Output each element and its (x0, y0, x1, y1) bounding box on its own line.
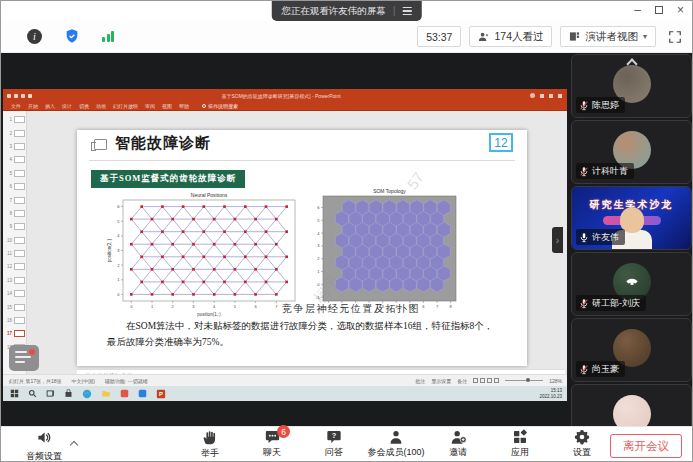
qa-icon: ? (326, 429, 342, 445)
svg-text:SOM Topology: SOM Topology (373, 188, 406, 194)
svg-text:0: 0 (317, 282, 320, 287)
status-button[interactable]: 批注 (415, 378, 425, 384)
ppt-tab-0[interactable]: 文件 (11, 103, 21, 109)
menu-icon[interactable] (403, 7, 412, 15)
svg-text:-1: -1 (316, 295, 320, 300)
ppt-tab-1[interactable]: 开始 (28, 103, 38, 109)
phone-icon (624, 275, 640, 291)
qa-button[interactable]: ? 问答 (310, 429, 358, 460)
ppt-search-box[interactable]: 操作说明搜索 (202, 103, 238, 109)
ppt-tab-6[interactable]: 幻灯片放映 (113, 103, 138, 109)
svg-text:1: 1 (317, 269, 320, 274)
invite-button[interactable]: 邀请 (434, 429, 482, 460)
raise-hand-icon (202, 429, 218, 446)
ppt-tab-2[interactable]: 插入 (45, 103, 55, 109)
view-mode-icons[interactable] (473, 378, 499, 383)
slide-thumbnail-17[interactable]: 17 (3, 327, 26, 340)
powerpoint-icon[interactable]: P (156, 389, 166, 399)
chat-button[interactable]: 6 聊天 (248, 429, 296, 460)
ppt-statusbar: 幻灯片 第17张，共18张中文(中国)辅助功能: 一切就绪 批注显示设置备注12… (3, 374, 567, 386)
leave-meeting-button[interactable]: 离开会议 (610, 434, 682, 458)
watching-banner[interactable]: 您正在观看许友伟的屏幕 (271, 1, 422, 21)
participants-label: 参会成员(100) (368, 446, 425, 459)
slide-thumbnail-panel[interactable]: 123456789101112131415161718 (3, 111, 27, 374)
app-blue-icon[interactable] (138, 389, 147, 398)
raise-hand-button[interactable]: 举手 (186, 429, 234, 460)
minimize-button[interactable]: – (634, 3, 641, 17)
participant-tile-4[interactable]: 尚玉豪 (571, 318, 692, 382)
security-shield-icon[interactable] (64, 28, 80, 44)
slide-thumbnail-6[interactable]: 6 (3, 180, 26, 193)
svg-text:3: 3 (117, 248, 120, 253)
ppt-body: 123456789101112131415161718 智能故障诊断 12 基于… (3, 111, 567, 374)
ppt-window-title: 基于SOM的齿轮故障诊断研究[兼容模式] - PowerPoint (32, 93, 530, 99)
settings-button[interactable]: 设置 (558, 429, 606, 460)
ppt-tab-4[interactable]: 切换 (79, 103, 89, 109)
svg-text:Neural Positions: Neural Positions (191, 192, 228, 198)
ppt-tab-3[interactable]: 设计 (62, 103, 72, 109)
status-button[interactable]: 备注 (457, 378, 467, 384)
network-signal-icon[interactable] (102, 31, 114, 42)
fullscreen-icon[interactable] (668, 30, 682, 44)
participant-tile-5[interactable] (571, 384, 692, 426)
app-red-icon[interactable] (120, 389, 129, 398)
edge-browser-icon[interactable] (82, 389, 92, 399)
ppt-tab-5[interactable]: 动画 (96, 103, 106, 109)
slide-thumbnail-5[interactable]: 5 (3, 167, 26, 180)
lightbulb-icon (202, 104, 206, 108)
file-explorer-icon[interactable] (101, 389, 111, 398)
record-dot-icon (29, 349, 35, 355)
chat-unread-badge: 6 (277, 425, 290, 438)
settings-label: 设置 (573, 446, 591, 459)
view-mode-selector[interactable]: 演讲者视图 ▾ (560, 26, 656, 47)
apps-button[interactable]: 应用 (496, 429, 544, 460)
participant-tile-2[interactable]: 研究生学术沙龙 许友伟 (571, 186, 692, 250)
audio-settings-button[interactable]: 音频设置 (13, 430, 75, 462)
search-icon[interactable] (28, 389, 37, 398)
close-button[interactable]: × (677, 3, 684, 17)
zoom-level: 128% (549, 378, 562, 384)
status-button[interactable]: 显示设置 (431, 378, 451, 384)
shield-icon (64, 28, 80, 44)
slide-thumbnail-12[interactable]: 12 (3, 260, 26, 273)
raise-hand-label: 举手 (201, 447, 219, 460)
slide-thumbnail-16[interactable]: 16 (3, 314, 26, 327)
meeting-info-icon[interactable]: i (27, 29, 42, 44)
svg-text:3: 3 (192, 304, 195, 309)
participant-tile-1[interactable]: 计科叶青 (571, 120, 692, 184)
viewers-text: 174人看过 (494, 30, 543, 44)
slide-thumbnail-2[interactable]: 2 (3, 126, 26, 139)
slide-thumbnail-1[interactable]: 1 (3, 113, 26, 126)
slide-thumbnail-4[interactable]: 4 (3, 153, 26, 166)
participant-tile-3[interactable]: 研工部-刘庆 (571, 252, 692, 316)
meeting-timer: 53:37 (417, 26, 461, 47)
meeting-float-panel[interactable] (9, 345, 39, 371)
zoom-slider[interactable] (505, 380, 543, 381)
maximize-button[interactable] (655, 3, 663, 17)
ppt-tab-7[interactable]: 审阅 (145, 103, 155, 109)
ppt-window-controls[interactable] (530, 93, 562, 98)
participant-tile-0[interactable]: 陈思婷 (571, 54, 692, 118)
slide-thumbnail-13[interactable]: 13 (3, 274, 26, 287)
ppt-tab-8[interactable]: 视图 (162, 103, 172, 109)
chevron-up-icon[interactable] (70, 441, 78, 449)
viewers-count[interactable]: 174人看过 (469, 26, 552, 47)
taskbar-clock[interactable]: 15:13 2022.10.23 (539, 388, 567, 400)
slide-thumbnail-10[interactable]: 10 (3, 234, 26, 247)
microsoft-store-icon[interactable] (64, 389, 73, 398)
slide-thumbnail-15[interactable]: 15 (3, 300, 26, 313)
slide-thumbnail-8[interactable]: 8 (3, 207, 26, 220)
ppt-tab-9[interactable]: 帮助 (179, 103, 189, 109)
slide-thumbnail-3[interactable]: 3 (3, 140, 26, 153)
slide-thumbnail-9[interactable]: 9 (3, 220, 26, 233)
ppt-quick-access-toolbar[interactable] (7, 94, 32, 98)
sidebar-collapse-handle[interactable]: › (552, 227, 563, 253)
participants-button[interactable]: 参会成员(100) (372, 429, 420, 460)
start-button-icon[interactable] (10, 389, 19, 398)
task-view-icon[interactable] (46, 389, 55, 398)
avatar (613, 395, 651, 426)
slide-thumbnail-11[interactable]: 11 (3, 247, 26, 260)
status-text: 中文(中国) (72, 378, 95, 384)
slide-thumbnail-14[interactable]: 14 (3, 287, 26, 300)
slide-thumbnail-7[interactable]: 7 (3, 193, 26, 206)
